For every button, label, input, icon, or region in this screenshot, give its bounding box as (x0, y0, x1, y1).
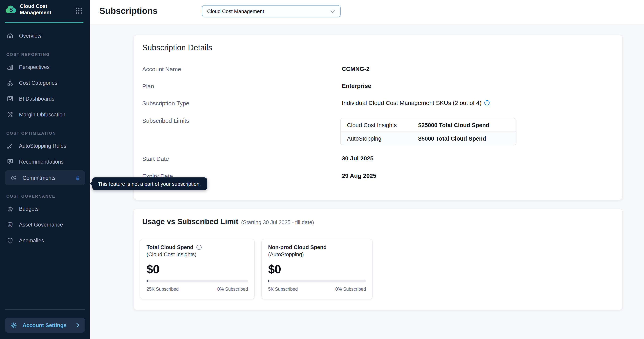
app-switcher-grid-icon[interactable] (75, 7, 83, 15)
sidebar-divider (5, 309, 85, 310)
sidebar-item-recommendations[interactable]: Recommendations (0, 154, 90, 170)
plan-value: Enterprise (342, 82, 371, 89)
usage-card: Usage vs Subscribed Limit (Starting 30 J… (134, 209, 622, 310)
nav-section-label: COST OPTIMIZATION (6, 131, 90, 136)
stat-title: Total Cloud Spend (146, 244, 248, 250)
module-select[interactable]: Cloud Cost Management (202, 5, 340, 18)
screen: $ Cloud Cost Management OverviewCOST REP… (0, 0, 644, 339)
piggy-bank-icon: $ (6, 205, 14, 212)
sku-name: AutoStopping (347, 135, 418, 142)
subscribed-percent: 0% Subscribed (335, 287, 366, 292)
sku-limit: $5000 Total Cloud Spend (418, 135, 486, 142)
sidebar-footer: Account Settings (5, 318, 85, 333)
stat-amount: $0 (268, 262, 366, 276)
sidebar-item-cost-categories[interactable]: Cost Categories (0, 75, 90, 91)
sidebar-item-label: Recommendations (19, 158, 64, 164)
account-name-value: CCMNG-2 (342, 65, 370, 72)
sidebar-item-account-settings[interactable]: Account Settings (5, 318, 85, 333)
recommendation-icon (6, 158, 14, 165)
subscription-type-text: Individual Cloud Cost Management SKUs (2… (342, 100, 482, 106)
sidebar-item-label: AutoStopping Rules (19, 143, 66, 149)
subscription-details-title: Subscription Details (142, 43, 212, 52)
sidebar-item-commitments[interactable]: Commitments (5, 170, 85, 185)
sidebar-item-asset-governance[interactable]: $Asset Governance (0, 217, 90, 232)
start-date-label: Start Date (142, 155, 169, 162)
cloud-cost-logo-icon: $ (5, 4, 18, 16)
sku-name: Cloud Cost Insights (347, 122, 418, 128)
module-select-value: Cloud Cost Management (207, 8, 264, 14)
sidebar-nav: OverviewCOST REPORTINGPerspectivesCost C… (0, 22, 90, 300)
account-name-label: Account Name (142, 66, 181, 72)
expiry-date-value: 29 Aug 2025 (342, 172, 376, 179)
subscribed-limits-table: Cloud Cost Insights $25000 Total Cloud S… (340, 118, 516, 145)
percent-icon (6, 111, 14, 118)
chevron-right-icon (75, 322, 80, 328)
shield-dollar-icon: $ (6, 221, 14, 228)
sidebar-item-margin-obfuscation[interactable]: Margin Obfuscation (0, 106, 90, 122)
sidebar-item-label: Account Settings (22, 322, 66, 328)
stat-subtitle: (Cloud Cost Insights) (146, 252, 248, 258)
sidebar-item-label: Perspectives (19, 64, 50, 70)
page-title: Subscriptions (100, 6, 158, 16)
stat-footer: 5K Subscribed 0% Subscribed (268, 287, 366, 292)
sidebar-item-label: Overview (19, 33, 42, 38)
usage-subtitle: (Starting 30 Jul 2025 - till date) (241, 220, 314, 225)
plan-label: Plan (142, 83, 154, 90)
top-bar: Subscriptions Cloud Cost Management (90, 0, 644, 25)
info-icon[interactable] (484, 100, 490, 106)
table-row: AutoStopping $5000 Total Cloud Spend (340, 132, 516, 145)
usage-progress-bar (146, 280, 248, 282)
stat-subtitle: (AutoStopping) (268, 252, 366, 258)
sidebar-header: $ Cloud Cost Management (0, 0, 90, 22)
stat-footer: 25K Subscribed 0% Subscribed (146, 287, 248, 292)
sidebar-item-label: Anomalies (19, 238, 44, 243)
stat-amount: $0 (146, 262, 248, 276)
sidebar-item-budgets[interactable]: $Budgets (0, 201, 90, 217)
usage-progress-bar (268, 280, 366, 282)
subscription-type-label: Subscription Type (142, 100, 189, 106)
app-title: Cloud Cost Management (20, 3, 67, 16)
table-row: Cloud Cost Insights $25000 Total Cloud S… (340, 118, 516, 132)
sidebar-item-autostopping-rules[interactable]: AutoStopping Rules (0, 138, 90, 154)
stat-title: Non-prod Cloud Spend (268, 244, 366, 250)
sidebar-item-label: BI Dashboards (19, 96, 54, 102)
stat-title-text: Non-prod Cloud Spend (268, 244, 326, 250)
autostopping-icon (6, 142, 14, 150)
subscribed-percent: 0% Subscribed (217, 287, 248, 292)
svg-text:$: $ (9, 223, 11, 226)
subscription-tooltip: This feature is not a part of your subsc… (92, 178, 207, 190)
commitments-icon (10, 174, 18, 182)
total-cloud-spend-card: Total Cloud Spend (Cloud Cost Insights) … (140, 239, 255, 300)
nonprod-cloud-spend-card: Non-prod Cloud Spend (AutoStopping) $0 5… (262, 239, 373, 300)
sidebar-item-label: Asset Governance (19, 222, 63, 228)
sidebar-item-label: Budgets (19, 206, 38, 212)
usage-header: Usage vs Subscribed Limit (Starting 30 J… (142, 218, 314, 226)
sidebar-item-label: Cost Categories (19, 80, 58, 86)
subscription-details-card: Subscription Details Account Name CCMNG-… (134, 35, 622, 200)
stat-title-text: Total Cloud Spend (146, 244, 194, 250)
nav-section-label: COST REPORTING (6, 52, 90, 57)
sidebar-item-perspectives[interactable]: Perspectives (0, 59, 90, 75)
chevron-down-icon (330, 8, 336, 14)
shield-alert-icon (6, 237, 14, 244)
subscribed-amount: 25K Subscribed (146, 287, 178, 292)
nav-section-label: COST GOVERNANCE (6, 194, 90, 198)
home-icon (6, 32, 14, 40)
lock-icon (74, 174, 81, 181)
dashboard-icon (6, 95, 14, 102)
svg-text:$: $ (10, 6, 13, 13)
sidebar-item-label: Commitments (22, 175, 56, 181)
subscription-type-value: Individual Cloud Cost Management SKUs (2… (342, 100, 490, 106)
sidebar-item-anomalies[interactable]: Anomalies (0, 232, 90, 248)
subscribed-limits-label: Subscribed Limits (142, 117, 189, 124)
usage-title: Usage vs Subscribed Limit (142, 218, 238, 226)
sidebar: $ Cloud Cost Management OverviewCOST REP… (0, 0, 90, 339)
sidebar-item-bi-dashboards[interactable]: BI Dashboards (0, 91, 90, 106)
gear-icon (10, 322, 18, 329)
subscribed-amount: 5K Subscribed (268, 287, 298, 292)
info-icon[interactable] (196, 244, 202, 250)
sidebar-item-overview[interactable]: Overview (0, 28, 90, 44)
shapes-icon (6, 79, 14, 86)
sidebar-item-label: Margin Obfuscation (19, 112, 65, 118)
module-accent-line (5, 22, 84, 22)
